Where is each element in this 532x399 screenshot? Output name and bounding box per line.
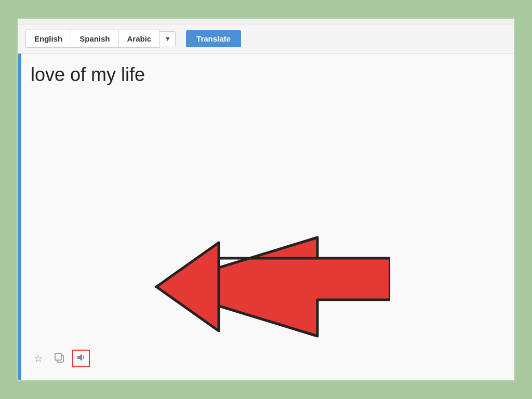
copy-icon xyxy=(54,352,65,366)
copy-button[interactable] xyxy=(51,351,67,366)
star-button[interactable]: ☆ xyxy=(31,351,46,366)
arrow-overlay xyxy=(89,211,390,369)
spanish-lang-button[interactable]: Spanish xyxy=(71,30,118,48)
input-panel: love of my life ☆ xyxy=(21,54,514,380)
svg-rect-1 xyxy=(55,353,61,360)
translation-section: love of my life ☆ xyxy=(18,54,514,380)
svg-marker-4 xyxy=(156,243,219,331)
app-frame: English Spanish Arabic ▼ Translate love … xyxy=(17,18,515,381)
translate-button[interactable]: Translate xyxy=(186,30,241,47)
language-toolbar: English Spanish Arabic ▼ Translate xyxy=(18,24,514,54)
red-arrow-graphic xyxy=(156,237,390,336)
svg-marker-2 xyxy=(77,354,82,361)
source-text: love of my life xyxy=(31,64,504,86)
language-dropdown-button[interactable]: ▼ xyxy=(160,31,176,46)
action-icons-bar: ☆ xyxy=(31,350,504,373)
top-bar xyxy=(18,19,514,24)
speaker-button[interactable] xyxy=(72,350,90,367)
star-icon: ☆ xyxy=(34,352,43,365)
arabic-lang-button[interactable]: Arabic xyxy=(118,30,161,48)
english-lang-button[interactable]: English xyxy=(25,30,71,48)
speaker-icon xyxy=(76,352,86,365)
svg-marker-3 xyxy=(156,237,390,336)
